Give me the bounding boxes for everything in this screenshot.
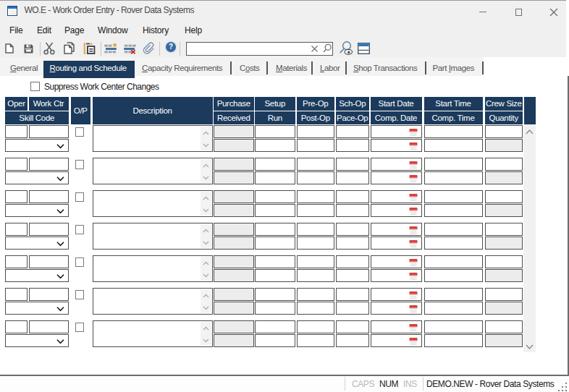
svg-text:?: ? [169,43,173,51]
